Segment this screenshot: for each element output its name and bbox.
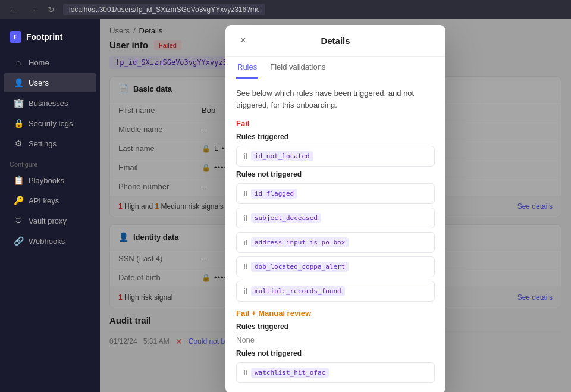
url-bar[interactable] [63,4,265,15]
rule-if-label: if [244,214,247,222]
fail-section-heading: Fail [236,119,435,128]
webhooks-icon: 🔗 [13,236,24,246]
sidebar-item-label: Settings [29,139,57,148]
tab-field-validations[interactable]: Field validations [269,57,327,79]
sidebar-item-settings[interactable]: ⚙ Settings [4,134,96,153]
rule-chip: if subject_deceased [236,208,435,228]
main-content: Users / Details User info Failed fp_id_S… [100,19,571,392]
modal-header: × Details [225,25,445,57]
sidebar-item-security-logs[interactable]: 🔒 Security logs [4,114,96,133]
rule-chip: if multiple_records_found [236,281,435,302]
rule-if-label: if [244,263,247,271]
users-icon: 👤 [13,78,24,87]
app-container: F Footprint ⌂ Home 👤 Users 🏢 Businesses … [0,19,571,392]
sidebar: F Footprint ⌂ Home 👤 Users 🏢 Businesses … [0,19,100,392]
modal-description: See below which rules have been triggere… [236,87,435,111]
nav-back-button[interactable]: ← [7,4,20,15]
rule-name-chip: id_flagged [251,189,297,199]
sidebar-item-api-keys[interactable]: 🔑 API keys [4,191,96,210]
rule-name-chip: id_not_located [251,151,313,161]
sidebar-item-businesses[interactable]: 🏢 Businesses [4,93,96,112]
sidebar-item-label: Businesses [29,99,68,108]
rule-name-chip: subject_deceased [251,213,321,223]
sidebar-item-vault-proxy[interactable]: 🛡 Vault proxy [4,211,96,230]
none-text: None [236,335,435,344]
rules-not-triggered-heading-2: Rules not triggered [236,349,435,357]
sidebar-item-label: Home [29,58,49,67]
sidebar-item-home[interactable]: ⌂ Home [4,53,96,72]
api-keys-icon: 🔑 [13,196,24,205]
rule-if-label: if [244,239,247,247]
rules-not-triggered-heading: Rules not triggered [236,170,435,178]
rule-if-label: if [244,287,247,296]
rule-name-chip: multiple_records_found [251,286,345,296]
security-logs-icon: 🔒 [13,118,24,128]
vault-proxy-icon: 🛡 [13,216,24,225]
logo-text: Footprint [26,32,62,42]
rules-triggered-heading-2: Rules triggered [236,322,435,331]
rule-chip: if id_not_located [236,146,435,167]
sidebar-item-label: Security logs [29,119,73,128]
rule-chip: if watchlist_hit_ofac [236,362,435,383]
sidebar-item-label: API keys [29,196,59,205]
home-icon: ⌂ [13,58,24,67]
rule-if-label: if [244,190,247,198]
tab-rules[interactable]: Rules [236,57,258,79]
sidebar-item-label: Webhooks [29,237,65,246]
rule-chip: if dob_located_coppa_alert [236,256,435,277]
logo-icon: F [10,31,21,43]
rules-triggered-heading: Rules triggered [236,133,435,141]
modal-title: Details [321,36,350,46]
rule-name-chip: dob_located_coppa_alert [251,262,349,272]
rule-name-chip: address_input_is_po_box [251,237,349,247]
modal-tabs: Rules Field validations [225,57,445,79]
sidebar-item-playbooks[interactable]: 📋 Playbooks [4,171,96,190]
modal-close-button[interactable]: × [236,33,250,48]
sidebar-item-users[interactable]: 👤 Users [4,73,96,92]
fail-manual-section-heading: Fail + Manual review [236,309,435,318]
nav-forward-button[interactable]: → [26,4,39,15]
sidebar-item-webhooks[interactable]: 🔗 Webhooks [4,231,96,250]
playbooks-icon: 📋 [13,175,24,185]
details-modal: × Details Rules Field validations See be… [225,25,445,392]
sidebar-item-label: Vault proxy [29,217,67,225]
rule-if-label: if [244,152,247,161]
configure-label: Configure [0,153,100,170]
businesses-icon: 🏢 [13,98,24,108]
rule-chip: if address_input_is_po_box [236,232,435,253]
rule-chip: if id_flagged [236,183,435,204]
nav-refresh-button[interactable]: ↻ [45,4,57,15]
sidebar-logo: F Footprint [0,26,100,52]
modal-body: See below which rules have been triggere… [225,79,445,392]
rule-name-chip: watchlist_hit_ofac [251,368,329,378]
browser-bar: ← → ↻ [0,0,571,19]
modal-overlay: × Details Rules Field validations See be… [100,19,571,392]
sidebar-item-label: Users [29,79,49,87]
rule-if-label: if [244,369,247,377]
settings-icon: ⚙ [13,139,24,148]
sidebar-item-label: Playbooks [29,176,64,185]
